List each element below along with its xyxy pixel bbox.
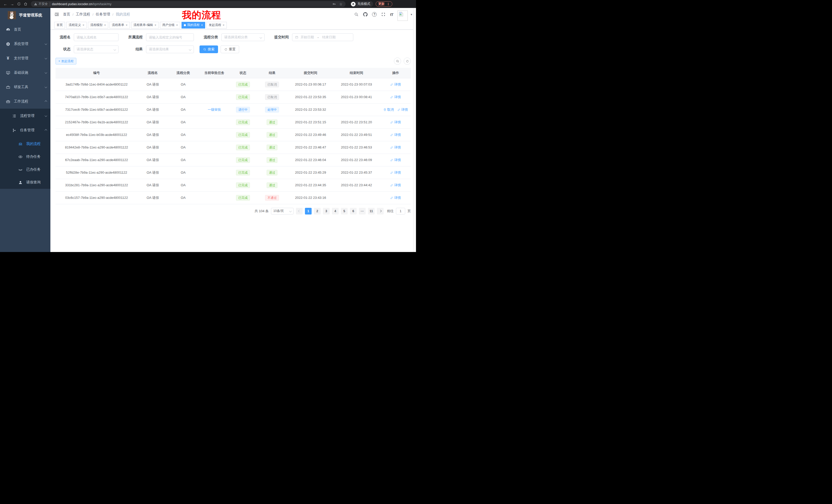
browser-toolbar: ← → 不安全 dashboard.yudao.iocoder.cn/bpm/t…: [0, 0, 416, 8]
caret-down-icon[interactable]: ▾: [411, 13, 412, 16]
close-icon[interactable]: ×: [155, 23, 156, 27]
detail-link[interactable]: 详情: [390, 133, 401, 137]
help-icon[interactable]: ?: [372, 12, 377, 17]
search-icon[interactable]: [354, 12, 359, 17]
sidebar-item-home[interactable]: 首页: [0, 22, 50, 37]
update-button[interactable]: 更新 ⋮: [375, 1, 392, 7]
filter-row-2: 状态 请选择状态 结果 请选择流结果 搜索: [55, 46, 411, 53]
create-process-button[interactable]: + 发起流程: [55, 58, 76, 64]
result-select[interactable]: 请选择流结果: [146, 46, 194, 53]
avatar[interactable]: [397, 10, 408, 21]
bookmark-star-icon[interactable]: ☆: [339, 2, 342, 6]
cancel-link[interactable]: 取消: [383, 107, 394, 112]
key-icon[interactable]: [332, 2, 336, 6]
filter-row-1: 流程名 所属流程 流程分类 请选择流程分类 提交时间: [55, 33, 411, 41]
page-size-select[interactable]: 10条/页: [271, 208, 294, 215]
sidebar-item-process-mgmt[interactable]: 流程管理: [0, 109, 50, 123]
more-pages-icon[interactable]: ···: [359, 208, 366, 215]
table-row: 7470a810-7b9b-11ec-b5b7-acde48001122 OA …: [55, 91, 411, 103]
user-icon: [18, 180, 23, 185]
detail-link[interactable]: 详情: [390, 82, 401, 87]
detail-link[interactable]: 详情: [390, 195, 401, 200]
sidebar-item-leave-query[interactable]: 请假查询: [0, 176, 50, 189]
breadcrumb-workflow[interactable]: 工作流程: [76, 12, 90, 17]
reset-button[interactable]: 重置: [220, 46, 239, 53]
sidebar-item-todo-task[interactable]: 待办任务: [0, 150, 50, 163]
edit-icon: [390, 83, 393, 86]
page-unit-label: 页: [408, 209, 411, 214]
process-def-input[interactable]: [146, 33, 194, 41]
breadcrumb-task-mgmt[interactable]: 任务管理: [96, 12, 110, 17]
detail-link[interactable]: 详情: [390, 158, 401, 162]
page-button-6[interactable]: 6: [350, 208, 357, 215]
tab-process-model[interactable]: 流程模型×: [88, 22, 108, 29]
sidebar-item-infra[interactable]: 基础设施: [0, 65, 50, 80]
address-bar[interactable]: 不安全 dashboard.yudao.iocoder.cn/bpm/task/…: [31, 1, 345, 7]
show-search-button[interactable]: [394, 58, 401, 65]
github-icon[interactable]: [363, 12, 368, 17]
status-badge: 已完成: [236, 119, 250, 125]
process-name-input[interactable]: [74, 33, 119, 41]
sidebar-item-task-mgmt[interactable]: 任务管理: [0, 123, 50, 137]
sidebar-item-system[interactable]: 系统管理: [0, 37, 50, 51]
font-size-icon[interactable]: tT: [390, 12, 393, 17]
home-icon[interactable]: [22, 1, 29, 7]
edit-icon: [390, 196, 393, 199]
reload-icon[interactable]: [16, 1, 22, 7]
page-button-3[interactable]: 3: [323, 208, 330, 215]
briefcase-icon: [6, 85, 10, 89]
close-icon[interactable]: ×: [126, 23, 128, 27]
breadcrumb-home[interactable]: 首页: [63, 12, 70, 17]
chevron-down-icon: [114, 48, 116, 51]
security-chip[interactable]: 不安全: [34, 2, 50, 6]
close-icon[interactable]: ×: [104, 23, 106, 27]
sidebar-item-devtools[interactable]: 研发工具: [0, 80, 50, 94]
prev-page-button[interactable]: [296, 208, 303, 215]
date-range-input[interactable]: 开始日期 - 结束日期: [292, 33, 353, 41]
sidebar-item-pay[interactable]: ¥ 支付管理: [0, 51, 50, 65]
table-row: 331bc281-7b9a-11ec-a290-acde48001122 OA …: [55, 179, 411, 191]
close-icon[interactable]: ×: [223, 23, 225, 27]
detail-link[interactable]: 详情: [390, 170, 401, 175]
page-button-11[interactable]: 11: [368, 208, 374, 215]
status-select[interactable]: 请选择状态: [74, 46, 119, 53]
detail-link[interactable]: 详情: [390, 183, 401, 188]
search-button[interactable]: 搜索: [200, 46, 218, 53]
chevron-up-icon: [45, 100, 47, 103]
next-page-button[interactable]: [377, 208, 384, 215]
tab-start-process[interactable]: 发起流程×: [206, 22, 227, 29]
tab-my-process[interactable]: 我的流程×: [182, 22, 205, 29]
category-select[interactable]: 请选择流程分类: [222, 33, 265, 41]
close-icon[interactable]: ×: [82, 23, 84, 27]
page-button-2[interactable]: 2: [314, 208, 321, 215]
category-label: 流程分类: [200, 35, 218, 39]
sidebar-item-my-process[interactable]: 我的流程: [0, 137, 50, 150]
page-button-4[interactable]: 4: [332, 208, 339, 215]
hamburger-icon[interactable]: [54, 12, 59, 17]
status-badge: 已完成: [236, 157, 250, 163]
detail-link[interactable]: 详情: [390, 95, 401, 100]
close-icon[interactable]: ×: [201, 23, 203, 27]
result-badge: 已取消: [265, 82, 279, 87]
tab-user-group[interactable]: 用户分组×: [160, 22, 180, 29]
sidebar-item-done-task[interactable]: 已办任务: [0, 163, 50, 176]
detail-link[interactable]: 详情: [390, 145, 401, 150]
back-icon[interactable]: ←: [2, 1, 9, 7]
close-icon[interactable]: ×: [176, 23, 178, 27]
detail-link[interactable]: 详情: [397, 107, 408, 112]
page-scrollbar[interactable]: [413, 8, 416, 252]
detail-link[interactable]: 详情: [390, 120, 401, 124]
browser-menu-icon[interactable]: ⋮: [387, 2, 390, 6]
tab-process-form[interactable]: 流程表单×: [109, 22, 130, 29]
sidebar-item-workflow[interactable]: 工作流程: [0, 94, 50, 109]
goto-page-input[interactable]: [396, 208, 405, 215]
tab-home[interactable]: 首页: [54, 22, 65, 29]
page-button-5[interactable]: 5: [341, 208, 347, 215]
page-button-1[interactable]: 1: [305, 208, 312, 215]
tab-process-definition[interactable]: 流程定义×: [66, 22, 87, 29]
forward-icon[interactable]: →: [9, 1, 16, 7]
refresh-table-button[interactable]: [404, 58, 411, 65]
task-link[interactable]: 一级审批: [208, 108, 221, 111]
tab-process-form-edit[interactable]: 流程表单-编辑×: [131, 22, 159, 29]
fullscreen-icon[interactable]: [381, 12, 386, 17]
